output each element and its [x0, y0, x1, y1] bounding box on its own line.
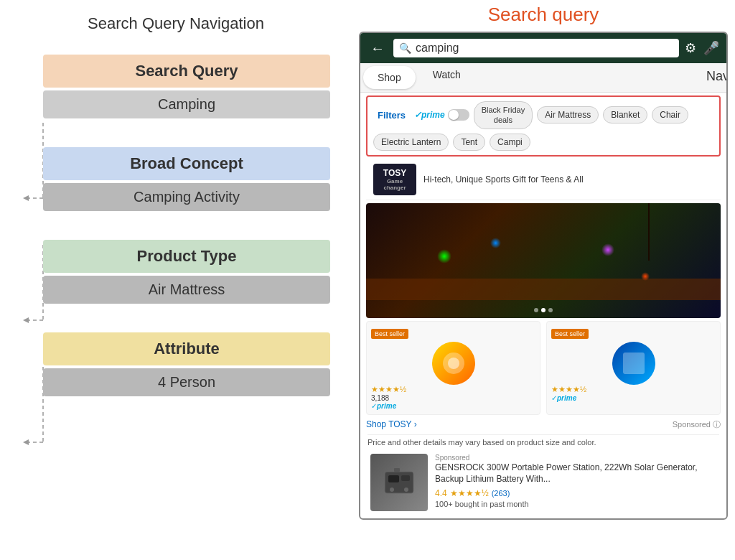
- search-bar: ← 🔍 camping ⚙ 🎤: [360, 33, 726, 63]
- attribute-block: Attribute 4 Person: [43, 332, 330, 396]
- svg-rect-9: [385, 472, 413, 493]
- back-button[interactable]: ←: [368, 40, 388, 57]
- ad-text: Hi-tech, Unique Sports Gift for Teens & …: [423, 174, 584, 185]
- prime-small-1: prime: [377, 402, 396, 410]
- prime-small-2: prime: [557, 394, 576, 402]
- sponsored-product[interactable]: Sponsored GENSROCK 300W Portable Power S…: [366, 449, 721, 515]
- product-thumb-svg-1: [439, 349, 468, 378]
- glow-blue: [490, 238, 501, 248]
- sponsored-text: Sponsored ⓘ: [673, 419, 721, 430]
- tab-watch[interactable]: Watch: [418, 63, 475, 92]
- prime-toggle[interactable]: [448, 109, 469, 121]
- tosy-logo: TOSY Game changer: [373, 164, 416, 195]
- left-panel: Search Query Navigation Search Query Cam…: [0, 0, 352, 560]
- hero-dot-1[interactable]: [534, 308, 538, 312]
- filter-chip-campi[interactable]: Campi: [490, 134, 530, 151]
- sponsored-product-title: GENSROCK 300W Portable Power Station, 22…: [435, 462, 716, 486]
- best-seller-badge-1: Best seller: [371, 329, 408, 339]
- glow-green: [437, 249, 451, 263]
- price-note: Price and other details may vary based o…: [368, 434, 719, 447]
- broad-concept-block: Broad Concept Camping Activity: [43, 147, 330, 211]
- glow-red: [641, 272, 650, 281]
- filter-chip-black-friday[interactable]: Black Fridaydeals: [474, 101, 533, 129]
- broad-concept-header: Broad Concept: [43, 147, 330, 180]
- svg-point-13: [404, 487, 408, 492]
- filter-chip-air-mattress[interactable]: Air Mattress: [537, 106, 599, 123]
- search-input-wrap[interactable]: 🔍 camping: [393, 39, 679, 57]
- svg-marker-3: [23, 317, 29, 323]
- svg-point-7: [448, 358, 459, 369]
- stars-1: ★★★★½: [371, 385, 535, 394]
- sponsored-product-info: Sponsored GENSROCK 300W Portable Power S…: [435, 454, 716, 511]
- filter-chip-tent[interactable]: Tent: [453, 134, 485, 151]
- check-prime-2: ✓prime: [551, 394, 716, 402]
- toggle-knob: [449, 110, 459, 120]
- hierarchy-wrapper: Search Query Camping Broad Concept Campi…: [22, 55, 330, 396]
- product-thumb-1: [432, 342, 475, 385]
- power-station-svg: [381, 465, 417, 500]
- tosy-logo-text: TOSY: [379, 168, 411, 178]
- svg-marker-1: [23, 195, 29, 201]
- search-icon: 🔍: [399, 42, 411, 54]
- product-row: Best seller ★★★★½ 3,188 ✓prime Best sell…: [366, 321, 721, 415]
- svg-rect-8: [623, 353, 645, 374]
- svg-rect-14: [394, 468, 400, 472]
- product-card-2[interactable]: Best seller ★★★★½ ✓prime: [546, 321, 721, 415]
- hero-image: [366, 203, 721, 318]
- mic-icon[interactable]: 🎤: [703, 40, 719, 56]
- filters-button[interactable]: Filters: [373, 107, 410, 123]
- hero-dot-3[interactable]: [548, 308, 553, 312]
- prime-label: ✓prime: [414, 110, 445, 120]
- filter-bar: Filters ✓prime Black Fridaydeals Air Mat…: [366, 95, 721, 157]
- product-rating-stars: ★★★★½: [450, 488, 489, 498]
- search-input[interactable]: camping: [416, 42, 673, 55]
- product-card-1[interactable]: Best seller ★★★★½ 3,188 ✓prime: [366, 321, 540, 415]
- product-type-header: Product Type: [43, 240, 330, 273]
- hero-dot-2[interactable]: [541, 308, 546, 312]
- svg-marker-5: [23, 439, 29, 445]
- product-rating: 4.4 ★★★★½ (263): [435, 488, 716, 498]
- svg-rect-10: [388, 475, 399, 482]
- rating-num: 4.4: [435, 488, 447, 498]
- hero-dots: [534, 308, 553, 312]
- search-icons-right: ⚙ 🎤: [685, 40, 719, 56]
- rating-reviews: (263): [492, 489, 510, 498]
- svg-point-12: [390, 487, 394, 492]
- hero-ground: [366, 279, 721, 300]
- right-panel: Search query ← 🔍 camping ⚙ 🎤 Shop Watch …: [352, 0, 735, 560]
- tab-shop[interactable]: Shop: [363, 66, 416, 89]
- camera-icon[interactable]: ⚙: [685, 40, 696, 56]
- broad-concept-value: Camping Activity: [43, 183, 330, 211]
- tosy-subtitle: Game changer: [379, 178, 411, 191]
- review-count-1: 3,188: [371, 394, 535, 402]
- filter-chip-blanket[interactable]: Blanket: [603, 106, 647, 123]
- sponsored-product-label: Sponsored: [435, 454, 716, 462]
- amazon-ui: ← 🔍 camping ⚙ 🎤 Shop Watch Navigation Ba…: [359, 32, 728, 520]
- product-type-block: Product Type Air Mattress: [43, 240, 330, 304]
- tree-silhouette: [648, 203, 650, 261]
- product-thumb-2: [612, 342, 655, 385]
- filter-chip-electric-lantern[interactable]: Electric Lantern: [373, 134, 449, 151]
- attribute-value: 4 Person: [43, 368, 330, 396]
- left-panel-title: Search Query Navigation: [22, 14, 330, 33]
- search-query-value: Camping: [43, 90, 330, 118]
- nav-hierarchy: Search Query Camping Broad Concept Campi…: [43, 55, 330, 396]
- attribute-header: Attribute: [43, 332, 330, 365]
- check-prime-1: ✓prime: [371, 402, 535, 410]
- search-query-block: Search Query Camping: [43, 55, 330, 118]
- ad-banner: TOSY Game changer Hi-tech, Unique Sports…: [366, 159, 721, 200]
- prime-badge: ✓prime: [414, 109, 469, 121]
- shop-tosy-link[interactable]: Shop TOSY ›: [366, 419, 417, 429]
- search-query-header: Search Query: [43, 55, 330, 88]
- filter-chip-chair[interactable]: Chair: [652, 106, 688, 123]
- bought-count: 100+ bought in past month: [435, 500, 716, 508]
- stars-2: ★★★★½: [551, 385, 716, 394]
- best-seller-badge-2: Best seller: [551, 329, 589, 339]
- product-thumb-svg-2: [619, 349, 648, 378]
- svg-rect-11: [401, 475, 410, 481]
- glow-purple: [601, 243, 614, 256]
- product-type-value: Air Mattress: [43, 276, 330, 304]
- search-query-label: Search query: [352, 0, 735, 26]
- tab-bar: Shop Watch Navigation Bar: [360, 63, 726, 93]
- navigation-bar-label: Navigation Bar: [706, 69, 728, 84]
